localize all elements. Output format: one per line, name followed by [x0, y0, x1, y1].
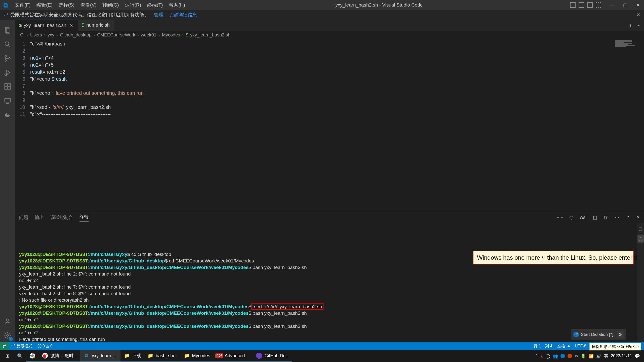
- menu-run[interactable]: 运行(R): [122, 2, 144, 8]
- status-restricted-mode[interactable]: 🛡 受限模式: [9, 344, 35, 349]
- taskbar-github-desktop[interactable]: GitHub De...: [253, 350, 292, 362]
- taskbar-weibo[interactable]: 微博 – 随时...: [39, 350, 80, 362]
- restricted-manage-link[interactable]: 管理: [154, 12, 164, 18]
- minimap[interactable]: [614, 39, 644, 212]
- new-terminal-button[interactable]: ＋ ▾: [556, 214, 563, 220]
- customize-layout-icon[interactable]: [596, 2, 601, 8]
- panel-tab-debugconsole[interactable]: 调试控制台: [50, 214, 73, 220]
- tab-close-icon[interactable]: ✕: [69, 22, 73, 28]
- tray-teams-icon[interactable]: 👥: [553, 353, 558, 359]
- window-close-icon[interactable]: ✕: [631, 2, 644, 8]
- restricted-banner-close-icon[interactable]: ✕: [636, 12, 640, 18]
- taskbar-label: bash_shell: [156, 353, 177, 358]
- window-maximize-icon[interactable]: ▢: [619, 2, 631, 8]
- breadcrumb-item[interactable]: Mycodes: [162, 32, 180, 38]
- dictation-settings-icon[interactable]: ⚙: [617, 331, 624, 338]
- toggle-secondary-sidebar-icon[interactable]: [587, 2, 593, 8]
- status-spaces[interactable]: 空格: 4: [555, 344, 572, 349]
- taskbar-bash-shell[interactable]: 📁bash_shell: [144, 350, 180, 362]
- tray-volume-icon[interactable]: 🔊: [596, 353, 601, 359]
- tab-numeric-sh[interactable]: $ numeric.sh: [78, 20, 114, 31]
- breadcrumb-item[interactable]: CMEECourseWork: [97, 32, 135, 38]
- tray-chevron-icon[interactable]: ˄: [536, 353, 538, 359]
- menu-bar: 文件(F) 编辑(E) 选择(S) 查看(V) 转到(G) 运行(R) 终端(T…: [12, 2, 188, 8]
- svg-point-25: [46, 354, 47, 355]
- source-control-icon[interactable]: [0, 51, 15, 65]
- breadcrumb-item[interactable]: C:: [20, 32, 25, 38]
- breadcrumb-item[interactable]: week01: [141, 32, 156, 38]
- tray-notifications-icon[interactable]: 💬: [635, 353, 640, 359]
- remote-explorer-icon[interactable]: [0, 94, 15, 108]
- tray-app-icon[interactable]: ◯: [545, 353, 550, 359]
- window-minimize-icon[interactable]: —: [606, 2, 619, 8]
- status-problems[interactable]: ⓧ 0 ⚠ 0: [35, 344, 55, 349]
- microphone-icon[interactable]: 🎤: [573, 332, 579, 337]
- toggle-panel-icon[interactable]: [579, 2, 584, 8]
- tab-yxy-learn-bash2[interactable]: $ yxy_learn_bash2.sh ✕: [15, 20, 78, 31]
- status-ln-col[interactable]: 行 1，列 4: [531, 344, 555, 349]
- breadcrumb-item[interactable]: yxy: [48, 32, 54, 38]
- explorer-icon[interactable]: [0, 23, 15, 37]
- tray-battery-icon[interactable]: 🔋: [581, 353, 586, 359]
- taskbar-pdf[interactable]: PDFAdvanced ...: [213, 350, 253, 362]
- split-editor-icon[interactable]: ◫: [629, 23, 632, 28]
- restricted-learn-more-link[interactable]: 了解详细信息: [169, 12, 197, 18]
- panel-tab-problems[interactable]: 问题: [19, 214, 28, 220]
- tray-app-icon[interactable]: ▴: [541, 353, 543, 359]
- tray-datetime[interactable]: 2023/11/11: [611, 353, 632, 358]
- code-editor[interactable]: 1234567891011"c">#! /bin/bash no1="n">4n…: [15, 39, 614, 212]
- panel-tab-output[interactable]: 输出: [35, 214, 44, 220]
- tray-ime-icon[interactable]: 英: [604, 353, 608, 359]
- docker-icon[interactable]: [0, 108, 15, 122]
- dictation-widget[interactable]: 🎤 Start Dictation [^] ⚙: [571, 329, 626, 340]
- panel-tab-terminal[interactable]: 终端: [79, 214, 89, 221]
- editor-tab-bar: $ yxy_learn_bash2.sh ✕ $ numeric.sh ◫ ⋯: [15, 20, 644, 31]
- accounts-icon[interactable]: [0, 314, 15, 328]
- tray-wifi-icon[interactable]: 📶: [588, 353, 594, 359]
- ubuntu-icon[interactable]: ◌: [637, 235, 644, 243]
- more-actions-icon[interactable]: ⋯: [636, 23, 640, 28]
- layout-controls[interactable]: [570, 2, 601, 8]
- remote-indicator[interactable]: ⇄: [0, 342, 9, 350]
- run-debug-icon[interactable]: [0, 65, 15, 79]
- menu-select[interactable]: 选择(S): [56, 2, 77, 8]
- terminal[interactable]: Windows has one more \r than the Linux. …: [15, 223, 644, 342]
- svg-rect-10: [8, 84, 10, 86]
- taskbar-downloads[interactable]: 📁下载: [120, 350, 144, 362]
- split-terminal-icon[interactable]: ◫: [593, 215, 597, 220]
- panel-more-icon[interactable]: ⋯: [615, 215, 619, 220]
- breadcrumb-item[interactable]: yxy_learn_bash2.sh: [190, 32, 230, 38]
- breadcrumb[interactable]: C:› Users› yxy› Github_desktop› CMEECour…: [15, 31, 644, 39]
- menu-file[interactable]: 文件(F): [12, 2, 33, 8]
- ubuntu-icon[interactable]: ◌: [638, 225, 643, 232]
- folder-icon: 📁: [147, 352, 154, 359]
- taskbar-search[interactable]: 🔍: [14, 350, 26, 362]
- bottom-panel: 问题 输出 调试控制台 终端 ＋ ▾ ◌ wsl ◫ 🗑 ⋯ ⌃ ✕ Windo…: [15, 212, 644, 342]
- status-encoding[interactable]: UTF-8: [572, 344, 589, 348]
- search-activity-icon[interactable]: [0, 37, 15, 51]
- system-tray[interactable]: ˄ ▴ ◯ 👥 ✉ 🔋 📶 🔊 英 2023/11/11 💬: [536, 353, 643, 359]
- toggle-primary-sidebar-icon[interactable]: [570, 2, 576, 8]
- menu-edit[interactable]: 编辑(E): [33, 2, 55, 8]
- taskbar-mycodes[interactable]: 📁Mycodes: [180, 350, 213, 362]
- tray-app-icon[interactable]: [568, 354, 572, 358]
- kill-terminal-icon[interactable]: 🗑: [604, 215, 608, 220]
- svg-rect-13: [5, 98, 11, 102]
- taskbar-vscode[interactable]: ⧉yxy_learn_...: [80, 350, 120, 362]
- extensions-icon[interactable]: [0, 79, 15, 94]
- terminal-profile-label[interactable]: wsl: [580, 215, 586, 220]
- menu-help[interactable]: 帮助(H): [166, 2, 188, 8]
- menu-goto[interactable]: 转到(G): [99, 2, 122, 8]
- settings-gear-icon[interactable]: [0, 328, 15, 342]
- tray-mail-icon[interactable]: ✉: [575, 353, 578, 359]
- panel-close-icon[interactable]: ✕: [636, 215, 640, 220]
- menu-terminal[interactable]: 终端(T): [144, 2, 166, 8]
- start-button[interactable]: ⊞: [1, 350, 14, 362]
- menu-view[interactable]: 查看(V): [77, 2, 99, 8]
- shell-file-icon: $: [186, 32, 188, 38]
- breadcrumb-item[interactable]: Users: [30, 32, 42, 38]
- taskbar-chrome[interactable]: [26, 350, 39, 362]
- breadcrumb-item[interactable]: Github_desktop: [60, 32, 92, 38]
- panel-maximize-icon[interactable]: ⌃: [626, 215, 630, 220]
- tray-app-icon[interactable]: [560, 354, 565, 358]
